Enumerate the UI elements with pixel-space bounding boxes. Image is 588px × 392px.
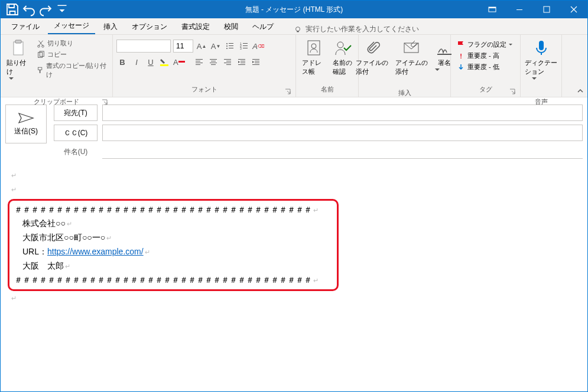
minimize-icon[interactable]: [506, 1, 533, 18]
svg-text:3: 3: [240, 47, 242, 50]
check-names-button[interactable]: 名前の 確認: [330, 37, 355, 77]
chevron-down-icon: [532, 77, 551, 96]
svg-rect-22: [243, 43, 248, 44]
svg-point-15: [226, 43, 228, 44]
increase-indent-icon[interactable]: [250, 56, 262, 68]
cut-button[interactable]: 切り取り: [35, 38, 109, 48]
close-icon[interactable]: [560, 1, 587, 18]
message-body[interactable]: ＃＃＃＃＃＃＃＃＃＃＃＃＃＃＃＃＃＃＃＃＃＃＃＃＃＃＃＃＃＃＃＃＃＃＃＃ 株式会…: [1, 159, 587, 315]
svg-rect-18: [229, 45, 233, 46]
undo-icon[interactable]: [22, 2, 36, 17]
svg-rect-39: [226, 64, 231, 65]
collapse-ribbon-icon[interactable]: [573, 35, 587, 97]
signature-url-link[interactable]: https://www.example.com/: [47, 247, 144, 256]
subject-input[interactable]: [102, 145, 583, 159]
maximize-icon[interactable]: [533, 1, 560, 18]
svg-rect-41: [241, 61, 245, 61]
svg-rect-43: [238, 64, 245, 65]
qat-dropdown-icon[interactable]: [55, 2, 69, 17]
svg-rect-14: [39, 70, 40, 73]
dialog-launcher-icon[interactable]: [102, 99, 108, 105]
dialog-launcher-icon[interactable]: [285, 89, 291, 94]
svg-rect-45: [255, 61, 259, 61]
include-group-label: 挿入: [398, 89, 411, 96]
signature-name: 大阪 太郎: [14, 259, 332, 273]
highlight-icon[interactable]: [159, 56, 171, 68]
svg-rect-6: [297, 31, 299, 32]
svg-rect-32: [210, 59, 217, 60]
italic-icon[interactable]: I: [131, 56, 142, 68]
copy-button[interactable]: コピー: [35, 50, 109, 60]
paste-button[interactable]: 貼り付け: [4, 37, 33, 97]
svg-rect-34: [210, 63, 217, 63]
svg-rect-44: [252, 59, 259, 60]
align-right-icon[interactable]: [222, 56, 233, 68]
to-button[interactable]: 宛先(T): [54, 104, 98, 121]
svg-rect-27: [160, 64, 168, 66]
address-book-button[interactable]: アドレス帳: [300, 37, 328, 77]
tell-me-placeholder: 実行したい作業を入力してください: [306, 24, 419, 34]
bullets-icon[interactable]: [224, 40, 236, 52]
svg-rect-8: [15, 40, 21, 43]
align-center-icon[interactable]: [207, 56, 219, 68]
tab-insert[interactable]: 挿入: [98, 19, 124, 34]
svg-point-17: [226, 45, 228, 47]
clear-formatting-icon[interactable]: A⌫: [252, 40, 264, 52]
font-family-input[interactable]: [116, 40, 171, 53]
lightbulb-icon: [294, 25, 302, 34]
svg-point-19: [226, 48, 228, 49]
tab-options[interactable]: オプション: [126, 19, 173, 34]
svg-rect-26: [243, 48, 248, 48]
signature-url-label: URL：: [22, 247, 47, 256]
names-group-label: 名前: [321, 86, 334, 93]
font-color-icon[interactable]: A: [173, 56, 185, 68]
dialog-launcher-icon[interactable]: [509, 89, 515, 94]
signature-address: 大阪市北区○○町○○一○: [14, 231, 332, 245]
paste-label: 貼り付け: [7, 58, 31, 76]
low-importance-button[interactable]: 重要度 - 低: [454, 62, 515, 72]
numbering-icon[interactable]: 123: [238, 40, 250, 52]
title-bar: 無題 - メッセージ (HTML 形式): [1, 1, 587, 18]
svg-rect-13: [38, 67, 41, 70]
svg-rect-20: [229, 48, 233, 48]
svg-rect-36: [224, 59, 231, 60]
window-title: 無題 - メッセージ (HTML 形式): [245, 5, 343, 15]
grow-font-icon[interactable]: A▲: [196, 40, 207, 52]
svg-rect-3: [516, 9, 522, 10]
tab-review[interactable]: 校閲: [218, 19, 244, 34]
svg-rect-16: [229, 43, 233, 44]
svg-rect-7: [14, 42, 23, 55]
attach-file-button[interactable]: ファイルの 添付: [353, 37, 391, 77]
ribbon: 貼り付け 切り取り コピー 書式のコピー/貼り付け クリップボード A▲ A▼ …: [1, 35, 587, 97]
chevron-down-icon: [9, 77, 28, 96]
underline-icon[interactable]: U: [145, 56, 157, 68]
ribbon-minimize-icon[interactable]: [479, 1, 506, 18]
redo-icon[interactable]: [38, 2, 53, 17]
bold-icon[interactable]: B: [116, 56, 128, 68]
high-importance-button[interactable]: !重要度 - 高: [454, 51, 515, 61]
decrease-indent-icon[interactable]: [236, 56, 248, 68]
format-painter-button[interactable]: 書式のコピー/貼り付け: [35, 61, 109, 80]
svg-rect-52: [437, 54, 451, 55]
align-left-icon[interactable]: [193, 56, 205, 68]
svg-rect-40: [238, 59, 245, 60]
cc-input[interactable]: [102, 125, 583, 141]
to-input[interactable]: [102, 104, 583, 121]
svg-rect-38: [224, 63, 231, 63]
svg-rect-42: [241, 63, 245, 63]
tab-format[interactable]: 書式設定: [176, 19, 216, 34]
tab-file[interactable]: ファイル: [5, 19, 46, 34]
tell-me-search[interactable]: 実行したい作業を入力してください: [294, 24, 419, 34]
tab-help[interactable]: ヘルプ: [246, 19, 280, 34]
save-icon[interactable]: [5, 2, 20, 17]
shrink-font-icon[interactable]: A▼: [210, 40, 222, 52]
svg-rect-31: [196, 64, 200, 65]
send-button[interactable]: 送信(S): [5, 104, 47, 143]
svg-point-50: [337, 42, 343, 48]
cc-button[interactable]: ＣＣ(C): [54, 125, 98, 141]
dictate-button[interactable]: ディクテー ション: [522, 37, 560, 97]
attach-item-button[interactable]: アイテムの 添付: [393, 37, 430, 77]
tab-message[interactable]: メッセージ: [48, 18, 95, 34]
font-size-input[interactable]: [173, 40, 193, 53]
follow-up-button[interactable]: フラグの設定: [454, 40, 515, 50]
